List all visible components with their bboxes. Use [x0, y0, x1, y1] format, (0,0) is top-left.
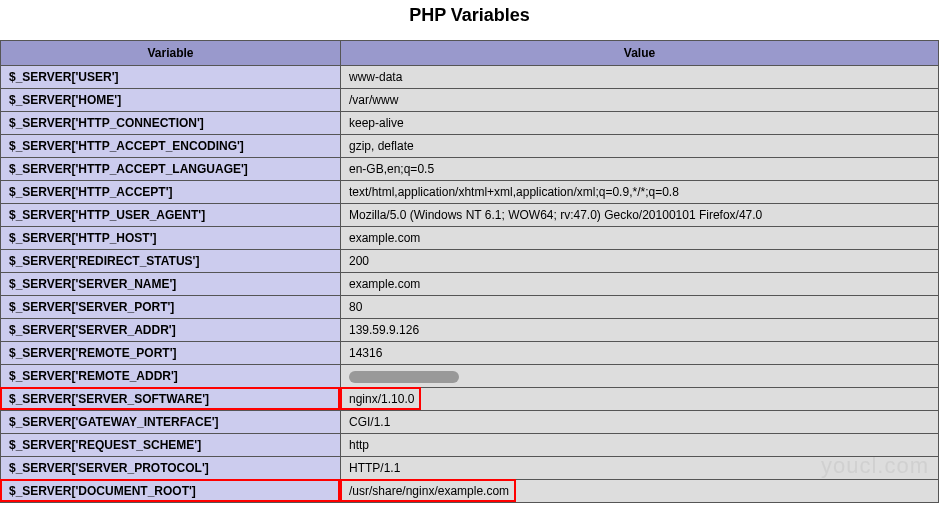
- page-title: PHP Variables: [0, 0, 939, 40]
- variable-name-cell: $_SERVER['REMOTE_ADDR']: [1, 365, 341, 388]
- table-row: $_SERVER['HOME']/var/www: [1, 89, 939, 112]
- variable-name-cell: $_SERVER['HTTP_ACCEPT']: [1, 181, 341, 204]
- table-row: $_SERVER['SERVER_SOFTWARE']nginx/1.10.0: [1, 388, 939, 411]
- variable-name-cell: $_SERVER['SERVER_NAME']: [1, 273, 341, 296]
- variable-name-cell: $_SERVER['HTTP_HOST']: [1, 227, 341, 250]
- variable-name-cell: $_SERVER['REQUEST_SCHEME']: [1, 434, 341, 457]
- table-row: $_SERVER['HTTP_ACCEPT_ENCODING']gzip, de…: [1, 135, 939, 158]
- variable-value-cell: HTTP/1.1: [341, 457, 939, 480]
- variable-value-cell: 14316: [341, 342, 939, 365]
- header-variable: Variable: [1, 41, 341, 66]
- table-row: $_SERVER['HTTP_ACCEPT']text/html,applica…: [1, 181, 939, 204]
- table-row: $_SERVER['DOCUMENT_ROOT']/usr/share/ngin…: [1, 480, 939, 503]
- header-value: Value: [341, 41, 939, 66]
- variable-name-cell: $_SERVER['HTTP_ACCEPT_LANGUAGE']: [1, 158, 341, 181]
- table-row: $_SERVER['GATEWAY_INTERFACE']CGI/1.1: [1, 411, 939, 434]
- php-variables-table: Variable Value $_SERVER['USER']www-data$…: [0, 40, 939, 503]
- variable-name-cell: $_SERVER['HTTP_USER_AGENT']: [1, 204, 341, 227]
- variable-value-cell: /var/www: [341, 89, 939, 112]
- variable-name-cell: $_SERVER['SERVER_SOFTWARE']: [1, 388, 341, 411]
- variable-value-cell: 139.59.9.126: [341, 319, 939, 342]
- variable-value-cell: example.com: [341, 273, 939, 296]
- variable-value-cell: 200: [341, 250, 939, 273]
- table-row: $_SERVER['REMOTE_PORT']14316: [1, 342, 939, 365]
- table-row: $_SERVER['HTTP_ACCEPT_LANGUAGE']en-GB,en…: [1, 158, 939, 181]
- table-row: $_SERVER['HTTP_CONNECTION']keep-alive: [1, 112, 939, 135]
- table-row: $_SERVER['SERVER_ADDR']139.59.9.126: [1, 319, 939, 342]
- variable-name-cell: $_SERVER['HTTP_ACCEPT_ENCODING']: [1, 135, 341, 158]
- variable-value-cell: keep-alive: [341, 112, 939, 135]
- variable-name-cell: $_SERVER['REMOTE_PORT']: [1, 342, 341, 365]
- table-row: $_SERVER['USER']www-data: [1, 66, 939, 89]
- table-row: $_SERVER['HTTP_USER_AGENT']Mozilla/5.0 (…: [1, 204, 939, 227]
- variable-name-cell: $_SERVER['GATEWAY_INTERFACE']: [1, 411, 341, 434]
- variable-value-cell: gzip, deflate: [341, 135, 939, 158]
- table-row: $_SERVER['SERVER_NAME']example.com: [1, 273, 939, 296]
- variable-value-cell: CGI/1.1: [341, 411, 939, 434]
- table-row: $_SERVER['HTTP_HOST']example.com: [1, 227, 939, 250]
- variable-value-cell: en-GB,en;q=0.5: [341, 158, 939, 181]
- variable-value-cell: text/html,application/xhtml+xml,applicat…: [341, 181, 939, 204]
- variable-value-cell: www-data: [341, 66, 939, 89]
- variable-value-cell: nginx/1.10.0: [341, 388, 939, 411]
- table-row: $_SERVER['REQUEST_SCHEME']http: [1, 434, 939, 457]
- variable-name-cell: $_SERVER['SERVER_PORT']: [1, 296, 341, 319]
- variable-name-cell: $_SERVER['HTTP_CONNECTION']: [1, 112, 341, 135]
- variable-name-cell: $_SERVER['SERVER_PROTOCOL']: [1, 457, 341, 480]
- variable-name-cell: $_SERVER['USER']: [1, 66, 341, 89]
- redacted-value: [349, 371, 459, 383]
- table-row: $_SERVER['REDIRECT_STATUS']200: [1, 250, 939, 273]
- variable-value-cell: 80: [341, 296, 939, 319]
- variable-value-cell: /usr/share/nginx/example.com: [341, 480, 939, 503]
- table-row: $_SERVER['SERVER_PROTOCOL']HTTP/1.1: [1, 457, 939, 480]
- variable-name-cell: $_SERVER['REDIRECT_STATUS']: [1, 250, 341, 273]
- variable-value-cell: http: [341, 434, 939, 457]
- table-row: $_SERVER['SERVER_PORT']80: [1, 296, 939, 319]
- variable-value-cell: Mozilla/5.0 (Windows NT 6.1; WOW64; rv:4…: [341, 204, 939, 227]
- variable-value-cell: example.com: [341, 227, 939, 250]
- variable-value-cell: [341, 365, 939, 388]
- table-row: $_SERVER['REMOTE_ADDR']: [1, 365, 939, 388]
- variable-name-cell: $_SERVER['DOCUMENT_ROOT']: [1, 480, 341, 503]
- variable-name-cell: $_SERVER['SERVER_ADDR']: [1, 319, 341, 342]
- variable-name-cell: $_SERVER['HOME']: [1, 89, 341, 112]
